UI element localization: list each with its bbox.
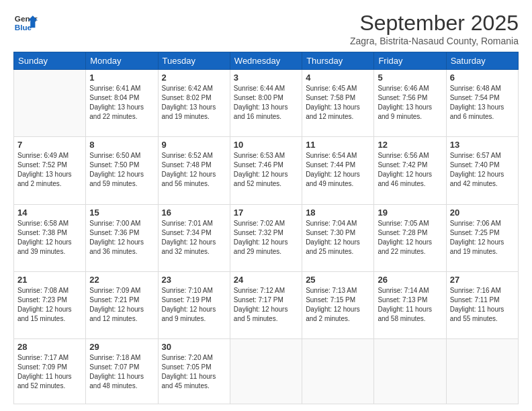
table-cell: 14Sunrise: 6:58 AM Sunset: 7:38 PM Dayli… (14, 204, 86, 271)
table-cell: 8Sunrise: 6:50 AM Sunset: 7:50 PM Daylig… (86, 137, 158, 204)
day-info: Sunrise: 6:52 AM Sunset: 7:48 PM Dayligh… (162, 151, 226, 189)
day-number: 6 (450, 73, 515, 83)
table-cell: 20Sunrise: 7:06 AM Sunset: 7:25 PM Dayli… (446, 204, 518, 271)
table-cell: 5Sunrise: 6:46 AM Sunset: 7:56 PM Daylig… (374, 70, 446, 137)
day-info: Sunrise: 7:20 AM Sunset: 7:05 PM Dayligh… (162, 353, 226, 391)
day-number: 17 (234, 208, 298, 218)
day-info: Sunrise: 6:48 AM Sunset: 7:54 PM Dayligh… (450, 84, 515, 122)
day-info: Sunrise: 7:17 AM Sunset: 7:09 PM Dayligh… (17, 353, 82, 391)
day-info: Sunrise: 7:16 AM Sunset: 7:11 PM Dayligh… (450, 286, 515, 324)
table-cell: 1Sunrise: 6:41 AM Sunset: 8:04 PM Daylig… (86, 70, 158, 137)
table-cell: 12Sunrise: 6:56 AM Sunset: 7:42 PM Dayli… (374, 137, 446, 204)
table-cell: 22Sunrise: 7:09 AM Sunset: 7:21 PM Dayli… (86, 271, 158, 338)
day-number: 22 (89, 275, 154, 285)
logo: General Blue (13, 11, 39, 35)
day-info: Sunrise: 6:54 AM Sunset: 7:44 PM Dayligh… (306, 151, 370, 189)
day-info: Sunrise: 6:49 AM Sunset: 7:52 PM Dayligh… (17, 151, 82, 189)
day-info: Sunrise: 6:53 AM Sunset: 7:46 PM Dayligh… (234, 151, 298, 189)
table-cell: 24Sunrise: 7:12 AM Sunset: 7:17 PM Dayli… (230, 271, 302, 338)
day-number: 10 (234, 140, 298, 150)
day-number: 25 (306, 275, 370, 285)
table-cell: 4Sunrise: 6:45 AM Sunset: 7:58 PM Daylig… (302, 70, 374, 137)
day-info: Sunrise: 6:45 AM Sunset: 7:58 PM Dayligh… (306, 84, 370, 122)
day-number: 12 (378, 140, 442, 150)
table-cell: 16Sunrise: 7:01 AM Sunset: 7:34 PM Dayli… (158, 204, 230, 271)
day-number: 18 (306, 208, 370, 218)
table-cell: 7Sunrise: 6:49 AM Sunset: 7:52 PM Daylig… (14, 137, 86, 204)
table-cell: 27Sunrise: 7:16 AM Sunset: 7:11 PM Dayli… (446, 271, 518, 338)
header: General Blue September 2025 Zagra, Bistr… (13, 11, 519, 46)
table-cell (446, 339, 518, 404)
col-wednesday: Wednesday (230, 52, 302, 70)
day-info: Sunrise: 7:01 AM Sunset: 7:34 PM Dayligh… (162, 219, 226, 257)
day-info: Sunrise: 7:04 AM Sunset: 7:30 PM Dayligh… (306, 219, 370, 257)
table-cell: 10Sunrise: 6:53 AM Sunset: 7:46 PM Dayli… (230, 137, 302, 204)
day-info: Sunrise: 7:00 AM Sunset: 7:36 PM Dayligh… (89, 219, 154, 257)
page: General Blue September 2025 Zagra, Bistr… (0, 0, 532, 411)
day-info: Sunrise: 7:14 AM Sunset: 7:13 PM Dayligh… (378, 286, 442, 324)
day-number: 9 (162, 140, 226, 150)
day-info: Sunrise: 6:46 AM Sunset: 7:56 PM Dayligh… (378, 84, 442, 122)
day-number: 19 (378, 208, 442, 218)
table-cell (374, 339, 446, 404)
table-cell: 28Sunrise: 7:17 AM Sunset: 7:09 PM Dayli… (14, 339, 86, 404)
logo-icon: General Blue (13, 11, 38, 35)
subtitle: Zagra, Bistrita-Nasaud County, Romania (350, 36, 519, 46)
day-number: 30 (162, 342, 226, 352)
table-cell: 30Sunrise: 7:20 AM Sunset: 7:05 PM Dayli… (158, 339, 230, 404)
day-number: 8 (89, 140, 154, 150)
day-info: Sunrise: 6:50 AM Sunset: 7:50 PM Dayligh… (89, 151, 154, 189)
header-row: Sunday Monday Tuesday Wednesday Thursday… (14, 52, 519, 70)
day-info: Sunrise: 7:06 AM Sunset: 7:25 PM Dayligh… (450, 219, 515, 257)
day-number: 7 (17, 140, 82, 150)
day-number: 5 (378, 73, 442, 83)
table-cell: 11Sunrise: 6:54 AM Sunset: 7:44 PM Dayli… (302, 137, 374, 204)
table-cell: 29Sunrise: 7:18 AM Sunset: 7:07 PM Dayli… (86, 339, 158, 404)
day-number: 23 (162, 275, 226, 285)
col-sunday: Sunday (14, 52, 86, 70)
col-monday: Monday (86, 52, 158, 70)
table-cell (302, 339, 374, 404)
day-number: 15 (89, 208, 154, 218)
day-number: 4 (306, 73, 370, 83)
day-info: Sunrise: 7:12 AM Sunset: 7:17 PM Dayligh… (234, 286, 298, 324)
day-number: 27 (450, 275, 515, 285)
day-info: Sunrise: 7:10 AM Sunset: 7:19 PM Dayligh… (162, 286, 226, 324)
day-number: 28 (17, 342, 82, 352)
table-cell: 15Sunrise: 7:00 AM Sunset: 7:36 PM Dayli… (86, 204, 158, 271)
day-info: Sunrise: 7:05 AM Sunset: 7:28 PM Dayligh… (378, 219, 442, 257)
day-info: Sunrise: 7:02 AM Sunset: 7:32 PM Dayligh… (234, 219, 298, 257)
table-cell: 17Sunrise: 7:02 AM Sunset: 7:32 PM Dayli… (230, 204, 302, 271)
calendar: Sunday Monday Tuesday Wednesday Thursday… (13, 52, 519, 404)
day-number: 11 (306, 140, 370, 150)
table-cell: 26Sunrise: 7:14 AM Sunset: 7:13 PM Dayli… (374, 271, 446, 338)
table-cell: 25Sunrise: 7:13 AM Sunset: 7:15 PM Dayli… (302, 271, 374, 338)
table-cell: 21Sunrise: 7:08 AM Sunset: 7:23 PM Dayli… (14, 271, 86, 338)
day-number: 21 (17, 275, 82, 285)
day-number: 20 (450, 208, 515, 218)
day-number: 29 (89, 342, 154, 352)
col-friday: Friday (374, 52, 446, 70)
col-saturday: Saturday (446, 52, 518, 70)
table-cell: 2Sunrise: 6:42 AM Sunset: 8:02 PM Daylig… (158, 70, 230, 137)
col-tuesday: Tuesday (158, 52, 230, 70)
month-title: September 2025 (350, 11, 519, 36)
table-cell (230, 339, 302, 404)
day-number: 2 (162, 73, 226, 83)
day-info: Sunrise: 7:13 AM Sunset: 7:15 PM Dayligh… (306, 286, 370, 324)
day-info: Sunrise: 6:42 AM Sunset: 8:02 PM Dayligh… (162, 84, 226, 122)
day-number: 3 (234, 73, 298, 83)
table-cell: 3Sunrise: 6:44 AM Sunset: 8:00 PM Daylig… (230, 70, 302, 137)
table-cell: 18Sunrise: 7:04 AM Sunset: 7:30 PM Dayli… (302, 204, 374, 271)
table-cell (14, 70, 86, 137)
day-number: 26 (378, 275, 442, 285)
day-number: 13 (450, 140, 515, 150)
table-cell: 23Sunrise: 7:10 AM Sunset: 7:19 PM Dayli… (158, 271, 230, 338)
day-info: Sunrise: 7:09 AM Sunset: 7:21 PM Dayligh… (89, 286, 154, 324)
day-info: Sunrise: 6:44 AM Sunset: 8:00 PM Dayligh… (234, 84, 298, 122)
table-cell: 9Sunrise: 6:52 AM Sunset: 7:48 PM Daylig… (158, 137, 230, 204)
table-cell: 6Sunrise: 6:48 AM Sunset: 7:54 PM Daylig… (446, 70, 518, 137)
col-thursday: Thursday (302, 52, 374, 70)
day-info: Sunrise: 7:18 AM Sunset: 7:07 PM Dayligh… (89, 353, 154, 391)
table-cell: 19Sunrise: 7:05 AM Sunset: 7:28 PM Dayli… (374, 204, 446, 271)
